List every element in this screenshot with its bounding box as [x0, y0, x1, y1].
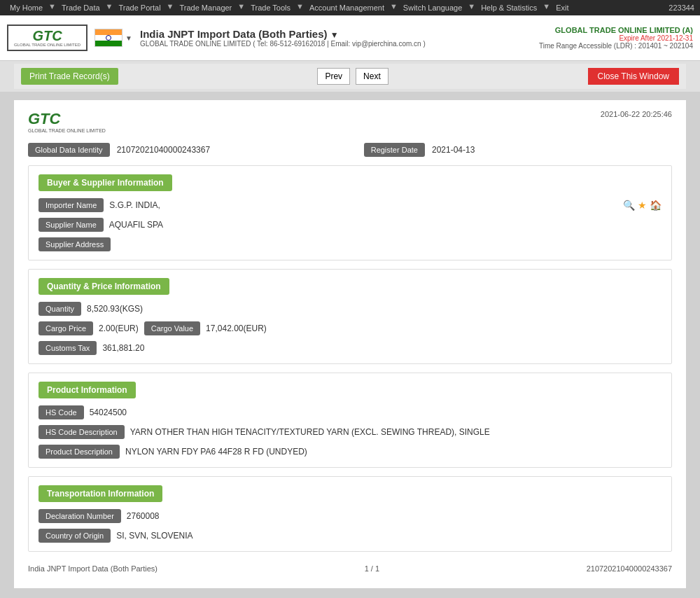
supplier-address-label: Supplier Address — [38, 237, 111, 251]
hs-code-desc-row: HS Code Description YARN OTHER THAN HIGH… — [38, 425, 662, 439]
nav-my-home[interactable]: My Home — [6, 2, 47, 13]
user-id: 223344 — [668, 4, 694, 12]
card-header: GTC GLOBAL TRADE ONLINE LIMITED 2021-06-… — [28, 110, 672, 133]
cargo-value-label: Cargo Value — [144, 321, 200, 335]
product-desc-label: Product Description — [38, 445, 120, 459]
global-data-identity-value: 21072021040000243367 — [117, 145, 357, 155]
importer-name-value: S.G.P. INDIA, — [109, 200, 160, 210]
next-button-top[interactable]: Next — [356, 68, 388, 85]
supplier-address-row: Supplier Address — [38, 237, 662, 251]
buyer-supplier-title: Buyer & Supplier Information — [38, 174, 172, 191]
logo-area: GTC GLOBAL TRADE ONLINE LIMITED ▼ — [7, 25, 133, 51]
register-date-label: Register Date — [364, 143, 425, 157]
logo-subtitle: GLOBAL TRADE ONLINE LIMITED — [14, 43, 80, 47]
header-right-info: GLOBAL TRADE ONLINE LIMITED (A) Expire A… — [539, 26, 693, 50]
cargo-price-value: 2.00(EUR) — [99, 324, 139, 333]
buyer-supplier-section: Buyer & Supplier Information Importer Na… — [28, 165, 672, 260]
supplier-name-value: AQUAFIL SPA — [109, 220, 163, 230]
home-icon[interactable]: 🏠 — [650, 200, 662, 211]
identity-row: Global Data Identity 2107202104000024336… — [28, 143, 672, 157]
nav-exit[interactable]: Exit — [552, 2, 573, 13]
card-logo: GTC GLOBAL TRADE ONLINE LIMITED — [28, 110, 106, 133]
logo-box: GTC GLOBAL TRADE ONLINE LIMITED — [7, 25, 88, 51]
toolbar-top: Print Trade Record(s) Prev Next Close Th… — [14, 64, 686, 89]
hs-code-row: HS Code 54024500 — [38, 405, 662, 419]
page-header: GTC GLOBAL TRADE ONLINE LIMITED ▼ India … — [0, 15, 700, 61]
nav-trade-tools[interactable]: Trade Tools — [246, 2, 295, 13]
card-logo-text: GTC — [28, 110, 106, 128]
customs-tax-row: Customs Tax 361,881.20 — [38, 341, 662, 355]
declaration-number-row: Declaration Number 2760008 — [38, 509, 662, 523]
cargo-price-label: Cargo Price — [38, 321, 93, 335]
global-data-identity-label: Global Data Identity — [28, 143, 110, 157]
trade-record-card: GTC GLOBAL TRADE ONLINE LIMITED 2021-06-… — [14, 100, 686, 588]
company-name: GLOBAL TRADE ONLINE LIMITED (A) — [539, 26, 693, 34]
card-footer-left: India JNPT Import Data (Both Parties) — [28, 564, 158, 573]
country-of-origin-value: SI, SVN, SLOVENIA — [116, 531, 192, 541]
country-of-origin-label: Country of Origin — [38, 529, 111, 543]
card-logo-subtitle: GLOBAL TRADE ONLINE LIMITED — [28, 128, 106, 133]
star-icon[interactable]: ★ — [638, 200, 647, 211]
transportation-section: Transportation Information Declaration N… — [28, 476, 672, 552]
product-title: Product Information — [38, 382, 136, 398]
print-button-top[interactable]: Print Trade Record(s) — [21, 68, 118, 85]
nav-trade-manager[interactable]: Trade Manager — [175, 2, 236, 13]
main-content: GTC GLOBAL TRADE ONLINE LIMITED 2021-06-… — [0, 92, 700, 598]
quantity-price-section: Quantity & Price Information Quantity 8,… — [28, 269, 672, 364]
country-of-origin-row: Country of Origin SI, SVN, SLOVENIA — [38, 529, 662, 543]
nav-menu: My Home ▼ Trade Data ▼ Trade Portal ▼ Tr… — [6, 2, 573, 13]
nav-help[interactable]: Help & Statistics — [477, 2, 541, 13]
cargo-value-value: 17,042.00(EUR) — [206, 324, 267, 333]
page-title: India JNPT Import Data (Both Parties) ▼ — [140, 28, 539, 40]
card-footer-right: 21072021040000243367 — [587, 564, 672, 573]
customs-tax-value: 361,881.20 — [102, 343, 144, 353]
india-flag — [94, 29, 122, 47]
quantity-label: Quantity — [38, 302, 81, 316]
product-desc-row: Product Description NYLON YARN FDY PA6 4… — [38, 445, 662, 459]
logo-text: GTC — [32, 29, 62, 43]
nav-trade-data[interactable]: Trade Data — [57, 2, 104, 13]
hs-code-desc-value: YARN OTHER THAN HIGH TENACITY/TEXTURED Y… — [130, 427, 490, 437]
declaration-number-value: 2760008 — [127, 511, 160, 521]
declaration-number-label: Declaration Number — [38, 509, 121, 523]
card-footer-mid: 1 / 1 — [365, 564, 379, 573]
supplier-name-row: Supplier Name AQUAFIL SPA — [38, 218, 662, 232]
importer-name-row: Importer Name S.G.P. INDIA, 🔍 ★ 🏠 — [38, 198, 662, 212]
prev-button-top[interactable]: Prev — [317, 68, 350, 85]
nav-trade-portal[interactable]: Trade Portal — [114, 2, 164, 13]
top-navbar: My Home ▼ Trade Data ▼ Trade Portal ▼ Tr… — [0, 0, 700, 15]
expire-date: Expire After 2021-12-31 — [539, 34, 693, 42]
supplier-name-label: Supplier Name — [38, 218, 104, 232]
hs-code-desc-label: HS Code Description — [38, 425, 125, 439]
flag-area: ▼ — [94, 29, 132, 47]
page-subtitle: GLOBAL TRADE ONLINE LIMITED ( Tel: 86-51… — [140, 40, 539, 48]
quantity-price-title: Quantity & Price Information — [38, 278, 169, 295]
quantity-value: 8,520.93(KGS) — [87, 304, 143, 314]
search-icon[interactable]: 🔍 — [623, 200, 635, 211]
product-section: Product Information HS Code 54024500 HS … — [28, 373, 672, 468]
importer-name-label: Importer Name — [38, 198, 104, 212]
customs-tax-label: Customs Tax — [38, 341, 97, 355]
nav-account-management[interactable]: Account Management — [305, 2, 388, 13]
hs-code-label: HS Code — [38, 405, 84, 419]
flag-dropdown-icon[interactable]: ▼ — [125, 34, 132, 42]
close-button-top[interactable]: Close This Window — [588, 68, 679, 85]
register-date-value: 2021-04-13 — [432, 145, 672, 155]
importer-icons: 🔍 ★ 🏠 — [623, 200, 662, 211]
cargo-price-row: Cargo Price 2.00(EUR) Cargo Value 17,042… — [38, 321, 662, 335]
title-area: India JNPT Import Data (Both Parties) ▼ … — [133, 28, 539, 48]
nav-switch-language[interactable]: Switch Language — [399, 2, 466, 13]
card-timestamp: 2021-06-22 20:25:46 — [601, 110, 672, 118]
product-desc-value: NYLON YARN FDY PA6 44F28 R FD (UNDYED) — [125, 447, 307, 457]
time-range: Time Range Accessible (LDR) : 201401 ~ 2… — [539, 42, 693, 50]
transportation-title: Transportation Information — [38, 485, 162, 502]
card-footer: India JNPT Import Data (Both Parties) 1 … — [28, 560, 672, 574]
quantity-row: Quantity 8,520.93(KGS) — [38, 302, 662, 316]
hs-code-value: 54024500 — [90, 408, 127, 417]
